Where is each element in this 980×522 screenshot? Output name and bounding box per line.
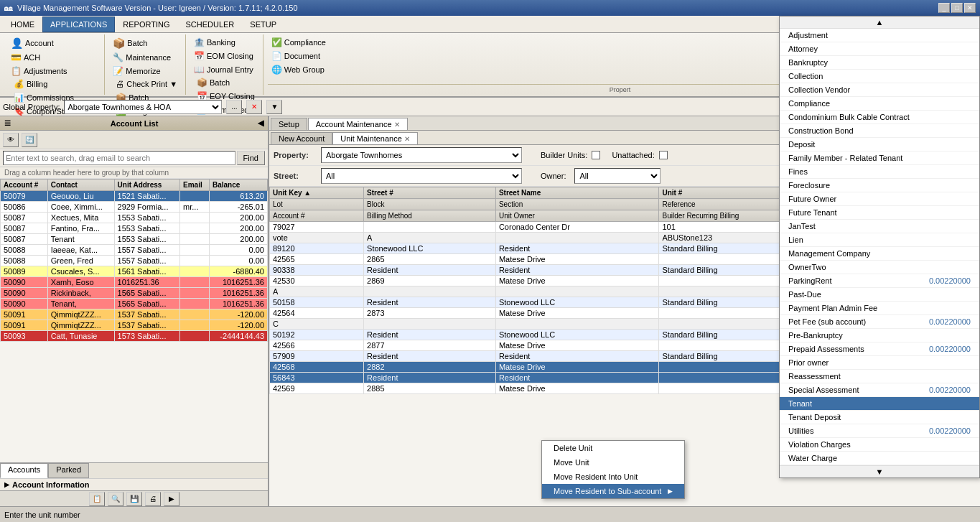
col-account-num[interactable]: Account # [1,180,48,191]
grid-data-account[interactable]: Account # [270,210,364,222]
grid-col-unit-key[interactable]: Unit Key ▲ [270,187,364,199]
context-menu-item[interactable]: Move Resident Into Unit [542,470,684,484]
ribbon-btn-memorize[interactable]: 📝 Memorize [109,65,174,78]
grid-data-billing[interactable]: Billing Method [364,210,496,222]
dropdown-item[interactable]: Collection [780,70,979,83]
global-property-select[interactable]: Aborgate Townhomes & HOA [64,100,222,114]
context-menu-item[interactable]: Delete Unit [542,441,684,455]
account-row[interactable]: 50090 Rickinback, 1565 Sabati... 1016251… [1,288,268,299]
menu-reporting[interactable]: REPORTING [115,17,177,32]
unattached-checkbox[interactable] [659,151,668,159]
dropdown-scroll-down[interactable]: ▼ [780,465,979,477]
dropdown-scroll-up[interactable]: ▲ [780,17,979,29]
dropdown-item[interactable]: OwnerTwo [780,261,979,274]
tab-close-unit[interactable]: ✕ [404,135,410,143]
account-row[interactable]: 50093 Catt, Tunasie 1573 Sabati... -2444… [1,331,268,342]
grid-col-street-num[interactable]: Street # [364,187,496,199]
grid-sub-section[interactable]: Section [495,199,659,210]
dropdown-item[interactable]: Violation Charges [780,438,979,452]
dropdown-item[interactable]: Compliance [780,97,979,111]
tab-parked[interactable]: Parked [48,463,89,478]
global-property-btn[interactable]: ... [226,100,242,114]
lp-btn4[interactable]: 🖨 [145,492,161,506]
col-balance[interactable]: Balance [209,180,267,191]
lp-btn3[interactable]: 💾 [126,492,142,506]
account-row[interactable]: 50091 QimmiqtZZZ... 1537 Sabati... -120.… [1,309,268,320]
tab-account-maintenance[interactable]: Account Maintenance ✕ [308,118,408,130]
expand-arrow[interactable]: ▶ [4,481,9,488]
grid-sub-block[interactable]: Block [364,199,496,210]
toolbar-refresh-btn[interactable]: 🔄 [22,133,37,147]
account-row[interactable]: 50089 Csucales, S... 1561 Sabati... -688… [1,266,268,277]
ribbon-btn-account[interactable]: 👤 Account [7,36,71,50]
restore-button[interactable]: □ [951,3,963,13]
account-row[interactable]: 50087 Tenant 1553 Sabati... 200.00 [1,234,268,245]
ribbon-btn-billing[interactable]: 💰 Billing [10,78,100,90]
toolbar-eye-btn[interactable]: 👁 [3,133,19,147]
lp-btn5[interactable]: ▶ [164,492,179,506]
dropdown-item[interactable]: Attorney [780,42,979,56]
context-menu-item[interactable]: Move Resident to Sub-account▶ [542,484,684,498]
ribbon-btn-banking[interactable]: 🏦 Banking [190,36,257,49]
dropdown-item[interactable]: Family Member - Related Tenant [780,152,979,165]
ribbon-btn-compliance[interactable]: ✅ Compliance [268,36,330,49]
account-row[interactable]: 50090 Tenant, 1565 Sabati... 1016251.36 [1,299,268,309]
grid-data-owner[interactable]: Unit Owner [495,210,659,222]
dropdown-item[interactable]: Collection Vendor [780,83,979,97]
dropdown-item[interactable]: Prepaid Assessments0.00220000 [780,342,979,356]
dropdown-item[interactable]: Pre-Bankruptcy [780,329,979,342]
menu-setup[interactable]: SETUP [242,17,284,32]
dropdown-item[interactable]: ParkingRent0.00220000 [780,274,979,288]
dropdown-item[interactable]: Pet Fee (sub account)0.00220000 [780,315,979,329]
ribbon-btn-check-print[interactable]: 🖨 Check Print ▼ [112,78,181,90]
tab-accounts[interactable]: Accounts [0,463,48,478]
account-row[interactable]: 50087 Xectues, Mita 1553 Sabati... 200.0… [1,213,268,223]
account-row[interactable]: 50086 Coee, Ximmi... 2929 Formia... mr..… [1,202,268,213]
col-email[interactable]: Email [180,180,210,191]
menu-home[interactable]: HOME [3,17,42,32]
account-row[interactable]: 50088 Iaeeae, Kat... 1557 Sabati... 0.00 [1,245,268,256]
tab-unit-maintenance[interactable]: Unit Maintenance ✕ [332,132,418,144]
col-unit-address[interactable]: Unit Address [114,180,180,191]
ribbon-btn-maintenance[interactable]: 🔧 Maintenance [109,51,174,64]
dropdown-item[interactable]: Prior owner [780,356,979,370]
dropdown-item[interactable]: Reassessment [780,370,979,383]
find-button[interactable]: Find [237,151,265,165]
street-select[interactable]: All [321,168,522,184]
dropdown-item[interactable]: Tenant Deposit [780,411,979,424]
search-input[interactable] [3,151,235,165]
ribbon-btn-batch[interactable]: 📦 Batch [109,36,174,50]
account-list-close[interactable]: ◀ [258,118,263,128]
dropdown-item[interactable]: Future Tenant [780,206,979,220]
owner-select[interactable]: All [574,168,661,184]
ribbon-btn-document[interactable]: 📄 Document [268,50,330,62]
tab-setup[interactable]: Setup [271,118,307,130]
dropdown-item[interactable]: Construction Bond [780,124,979,138]
tab-new-account[interactable]: New Account [271,132,332,144]
builder-units-checkbox[interactable] [592,151,600,159]
account-row[interactable]: 50090 Xamh, Eoso 1016251.36 1016251.36 [1,277,268,288]
ribbon-btn-eom[interactable]: 📅 EOM Closing [190,50,257,62]
dropdown-item[interactable]: JanTest [780,220,979,233]
global-down-btn[interactable]: ▼ [266,100,282,114]
global-clear-btn[interactable]: ✕ [246,100,262,114]
tab-close-account[interactable]: ✕ [394,121,400,129]
minimize-button[interactable]: _ [938,3,950,13]
dropdown-item[interactable]: Payment Plan Admin Fee [780,302,979,315]
col-contact[interactable]: Contact [47,180,114,191]
dropdown-item[interactable]: Adjustment [780,29,979,42]
account-row[interactable]: 50088 Green, Fred 1557 Sabati... 0.00 [1,256,268,266]
property-select[interactable]: Aborgate Townhomes [321,147,522,163]
menu-scheduler[interactable]: SCHEDULER [177,17,242,32]
dropdown-item[interactable]: Management Company [780,247,979,261]
account-row[interactable]: 50079 Geouoo, Liu 1521 Sabati... 613.20 [1,191,268,202]
account-row[interactable]: 50091 QimmiqtZZZ... 1537 Sabati... -120.… [1,320,268,331]
grid-sub-lot[interactable]: Lot [270,199,364,210]
dropdown-item[interactable]: Bankruptcy [780,56,979,70]
dropdown-item[interactable]: Utilities0.00220000 [780,424,979,438]
close-button[interactable]: ✕ [964,3,976,13]
dropdown-item[interactable]: Lien [780,233,979,247]
dropdown-item[interactable]: Tenant [780,397,979,411]
menu-applications[interactable]: APPLICATIONS [42,17,115,32]
dropdown-item[interactable]: Deposit [780,138,979,152]
